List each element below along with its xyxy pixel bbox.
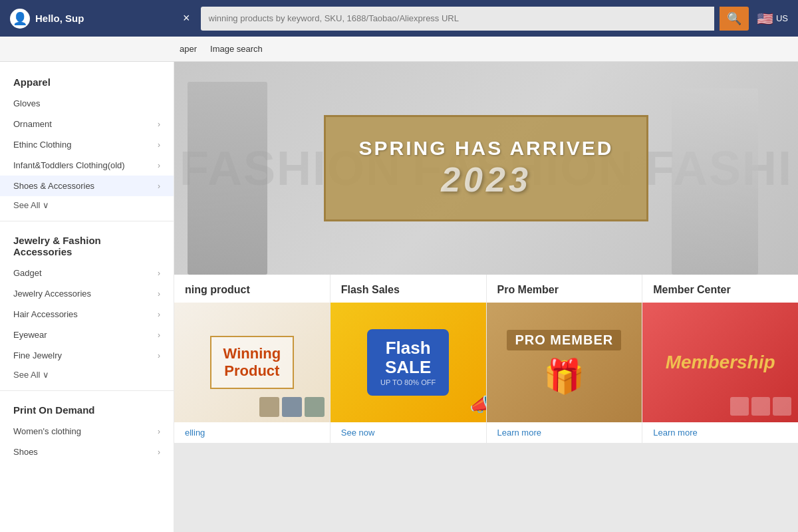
card-flash-title: Flash Sales <box>331 275 486 303</box>
banner-title: SPRING HAS ARRIVED <box>359 137 614 160</box>
sidebar-item-eyewear[interactable]: Eyewear › <box>0 325 174 345</box>
chevron-right-icon: › <box>158 427 160 436</box>
chevron-down-icon: ∨ <box>43 200 49 210</box>
flag-area: 🇺🇸 US <box>757 11 788 27</box>
winning-box: WinningProduct <box>210 336 295 390</box>
pro-card-link[interactable]: Learn more <box>487 422 642 443</box>
sidebar-item-fine-jewelry[interactable]: Fine Jewelry › <box>0 345 174 366</box>
megaphone-icon: 📣 <box>469 394 486 416</box>
flash-card-link[interactable]: See now <box>331 422 486 443</box>
banner-person-right <box>672 88 758 275</box>
flash-sale-sub: UP TO 80% OFF <box>380 378 436 386</box>
sidebar-divider-1 <box>0 221 174 221</box>
card-member-center: Member Center Membership Learn more <box>642 275 798 443</box>
chevron-down-icon: ∨ <box>43 370 49 380</box>
membership-label: Membership <box>666 352 775 373</box>
header: 👤 Hello, Sup × 🔍 🇺🇸 US <box>0 0 798 37</box>
cards-section: ning product WinningProduct elling <box>174 275 798 443</box>
chevron-right-icon: › <box>158 289 160 299</box>
sidebar-item-ornament[interactable]: Ornament › <box>0 114 174 134</box>
chevron-right-icon: › <box>158 351 160 360</box>
member-icon-1 <box>730 397 749 416</box>
sidebar-item-infant-toddlers[interactable]: Infant&Toddlers Clothing(old) › <box>0 155 174 176</box>
sidebar-item-ethinc-clothing[interactable]: Ethinc Clothing › <box>0 134 174 155</box>
item-thumb-1 <box>259 397 279 417</box>
item-thumb-2 <box>282 397 302 417</box>
banner-center-box: SPRING HAS ARRIVED 2023 <box>324 115 649 221</box>
flag-icon: 🇺🇸 <box>757 11 773 27</box>
see-all-jewelry[interactable]: See All ∨ <box>0 366 174 384</box>
sidebar-item-gloves[interactable]: Gloves <box>0 93 174 114</box>
pro-card-image: PRO MEMBER 🎁 <box>487 303 642 422</box>
search-input[interactable] <box>201 7 714 31</box>
sidebar-item-shoes[interactable]: Shoes › <box>0 442 174 462</box>
main-layout: Apparel Gloves Ornament › Ethinc Clothin… <box>0 62 798 532</box>
search-button[interactable]: 🔍 <box>720 7 749 31</box>
see-all-apparel[interactable]: See All ∨ <box>0 196 174 214</box>
chevron-right-icon: › <box>158 140 160 150</box>
sidebar-section-apparel: Apparel <box>0 70 174 93</box>
flash-sale-title: FlashSALE <box>380 338 436 376</box>
card-winning-title: ning product <box>174 275 330 303</box>
sidebar-item-jewelry-accessories[interactable]: Jewelry Accessories › <box>0 283 174 304</box>
sidebar-section-pod: Print On Demand <box>0 398 174 421</box>
chevron-right-icon: › <box>158 331 160 340</box>
pro-member-title: PRO MEMBER <box>507 330 621 350</box>
banner-year: 2023 <box>359 160 614 200</box>
header-user-area: 👤 Hello, Sup <box>10 9 183 29</box>
chevron-right-icon: › <box>158 161 160 170</box>
sub-nav-item-wallpaper[interactable]: aper <box>180 41 197 57</box>
sub-nav: aper Image search <box>0 37 798 62</box>
member-icon-3 <box>773 397 791 416</box>
sidebar-section-jewelry: Jewelry & Fashion Accessories <box>0 228 174 263</box>
winning-items <box>259 397 325 417</box>
member-card-link[interactable]: Learn more <box>642 422 798 443</box>
sidebar-item-shoes-accessories[interactable]: Shoes & Accessories › <box>0 176 174 196</box>
chevron-right-icon: › <box>158 448 160 457</box>
item-thumb-3 <box>305 397 325 417</box>
sidebar-item-hair-accessories[interactable]: Hair Accessories › <box>0 304 174 325</box>
chevron-right-icon: › <box>158 120 160 129</box>
country-label: US <box>776 13 788 23</box>
winning-card-link[interactable]: elling <box>174 422 330 443</box>
chevron-right-icon: › <box>158 269 160 278</box>
banner-person-left <box>188 82 267 275</box>
hero-banner: FASHION FASHION FASHI SPRING HAS ARRIVED… <box>174 62 798 275</box>
member-card-image: Membership <box>642 303 798 422</box>
content-area: FASHION FASHION FASHI SPRING HAS ARRIVED… <box>174 62 798 532</box>
member-icons <box>730 397 791 416</box>
winning-box-title: WinningProduct <box>223 345 281 380</box>
sidebar-divider-2 <box>0 390 174 391</box>
gift-icon: 🎁 <box>507 357 621 396</box>
header-search-area: × 🔍 <box>183 7 749 31</box>
membership-text-box: Membership <box>666 352 775 373</box>
card-winning-product: ning product WinningProduct elling <box>174 275 331 443</box>
card-member-title: Member Center <box>642 275 798 303</box>
flash-card-image: FlashSALE UP TO 80% OFF 📣 <box>331 303 486 422</box>
sidebar: Apparel Gloves Ornament › Ethinc Clothin… <box>0 62 174 532</box>
sidebar-item-womens-clothing[interactable]: Women's clothing › <box>0 421 174 442</box>
winning-card-image: WinningProduct <box>174 303 330 422</box>
user-avatar-icon: 👤 <box>10 9 30 29</box>
card-pro-member: Pro Member PRO MEMBER 🎁 Learn more <box>487 275 643 443</box>
user-greeting: Hello, Sup <box>35 13 84 24</box>
sub-nav-item-image-search[interactable]: Image search <box>210 41 263 57</box>
pro-member-box: PRO MEMBER 🎁 <box>507 330 621 396</box>
chevron-right-icon: › <box>158 182 160 191</box>
card-flash-sales: Flash Sales FlashSALE UP TO 80% OFF 📣 Se… <box>331 275 487 443</box>
sidebar-item-gadget[interactable]: Gadget › <box>0 263 174 283</box>
flash-sale-box: FlashSALE UP TO 80% OFF <box>367 329 449 396</box>
card-pro-title: Pro Member <box>487 275 642 303</box>
close-icon[interactable]: × <box>183 11 190 25</box>
member-icon-2 <box>751 397 770 416</box>
chevron-right-icon: › <box>158 310 160 319</box>
